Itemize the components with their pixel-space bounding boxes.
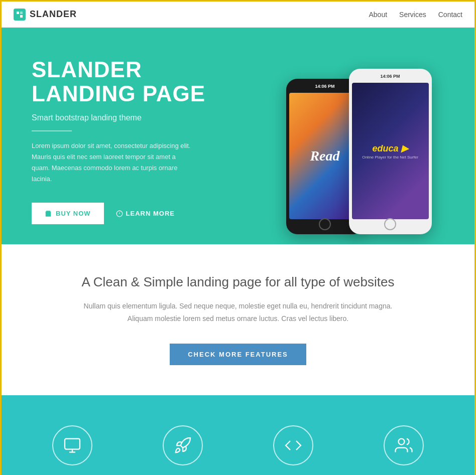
svg-rect-1 [20,15,23,18]
clean-coded-icon-circle [273,425,313,465]
nav-services[interactable]: Services [399,11,426,19]
quick-launch-icon-circle [163,425,203,465]
nav-menu: About Services Contact [369,10,462,19]
navbar: SLANDER About Services Contact [2,2,474,28]
users-icon [395,436,413,454]
check-features-button[interactable]: CHECK MORE FEATURES [170,344,306,365]
brand-name: SLANDER [30,9,77,20]
svg-rect-2 [20,12,23,14]
brand-icon [14,9,26,21]
responsive-icon-circle [52,425,92,465]
phone-mockup-white: 14:06 PM educa ▶ Online Player for the N… [349,69,432,234]
hero-title: SLANDER LANDING PAGE [32,58,218,106]
nav-about[interactable]: About [369,11,387,19]
hero-description: Lorem ipsum dolor sit amet, consectetur … [32,140,192,185]
middle-desc-1: Nullam quis elementum ligula. Sed neque … [22,300,454,325]
code-icon [284,436,302,454]
learn-more-button[interactable]: LEARN MORE [116,210,175,217]
hero-section: SLANDER LANDING PAGE Smart bootstrap lan… [2,28,474,244]
middle-title: A Clean & Simple landing page for all ty… [22,274,454,290]
nav-contact[interactable]: Contact [438,11,462,19]
middle-section: A Clean & Simple landing page for all ty… [2,244,474,395]
rocket-icon [174,436,192,454]
brand-logo[interactable]: SLANDER [14,9,77,21]
hero-content: SLANDER LANDING PAGE Smart bootstrap lan… [2,28,238,244]
hero-divider [32,130,72,131]
feature-clients-loving: Clients Loving Sed dolor nisl, blandit n… [353,425,454,475]
features-grid: Responsive Design Sed dolor nisl, blandi… [22,425,454,475]
features-section: Responsive Design Sed dolor nisl, blandi… [2,395,474,475]
svg-point-10 [399,438,405,444]
monitor-icon [63,436,81,454]
feature-responsive: Responsive Design Sed dolor nisl, blandi… [22,425,123,475]
feature-quick-launch: Quick Launch Sed dolor nisl, blandit nec… [133,425,233,475]
feature-clean-coded: Clean Coded Sed dolor nisl, blandit nec … [243,425,343,475]
clients-icon-circle [384,425,424,465]
hero-phones: 14:06 PM Read 14:06 PM educa ▶ Online Pl… [238,28,474,244]
hero-buttons: BUY NOW LEARN MORE [32,203,218,224]
hero-subtitle: Smart bootstrap landing theme [32,113,218,122]
buy-now-button[interactable]: BUY NOW [32,203,104,224]
svg-rect-0 [17,12,19,14]
svg-rect-7 [65,438,80,449]
